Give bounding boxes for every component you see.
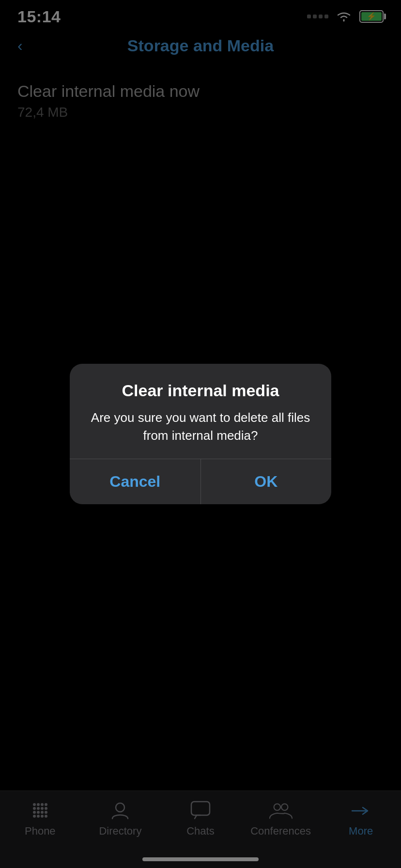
- modal-overlay: Clear internal media Are you sure you wa…: [0, 0, 401, 868]
- modal-title: Clear internal media: [89, 381, 312, 400]
- modal-message: Are you sure you want to delete all file…: [89, 409, 312, 444]
- ok-button[interactable]: OK: [201, 459, 332, 504]
- modal-buttons: Cancel OK: [70, 459, 331, 504]
- modal-dialog: Clear internal media Are you sure you wa…: [70, 364, 331, 504]
- cancel-button[interactable]: Cancel: [70, 459, 200, 504]
- modal-body: Clear internal media Are you sure you wa…: [70, 364, 331, 459]
